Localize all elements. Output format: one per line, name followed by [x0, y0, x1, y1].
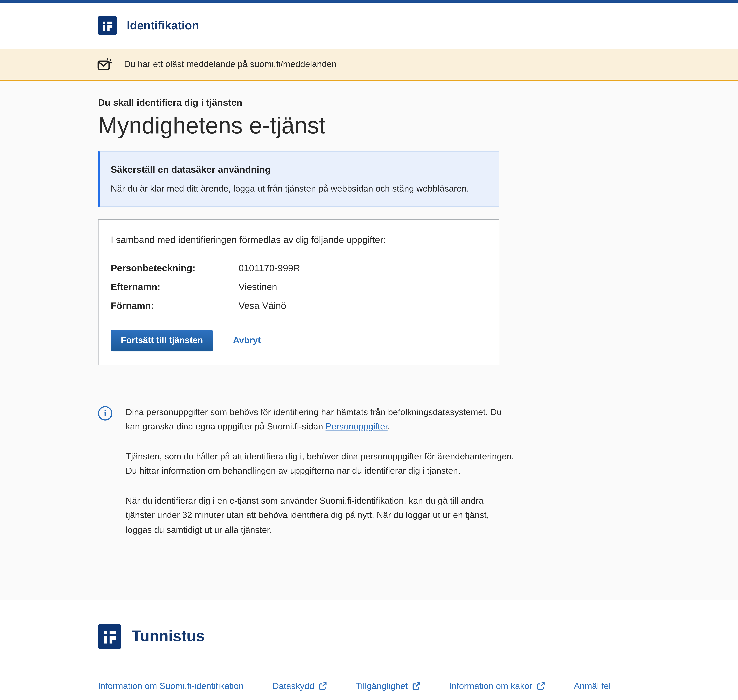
footer-link-3[interactable]: Tillgänglighet: [356, 681, 420, 691]
footer-link-4[interactable]: Information om kakor: [449, 681, 545, 691]
footer-link-5[interactable]: Anmäl fel: [574, 681, 611, 691]
suomifi-logo-icon: [98, 624, 121, 649]
info-paragraph-1: Dina personuppgifter som behövs för iden…: [125, 405, 514, 434]
cancel-link[interactable]: Avbryt: [233, 335, 261, 346]
main-content: Du skall identifiera dig i tjänsten Mynd…: [0, 81, 738, 600]
external-link-icon: [411, 681, 420, 690]
footer-link-label: Information om kakor: [449, 681, 532, 691]
footer-link-2[interactable]: Dataskydd: [273, 681, 327, 691]
security-info-body: När du är klar med ditt ärende, logga ut…: [111, 182, 485, 195]
envelope-check-sparkle-icon: [97, 58, 112, 71]
header: Identifikation: [0, 3, 738, 49]
external-link-icon: [536, 681, 545, 690]
personuppgifter-link[interactable]: Personuppgifter: [326, 422, 387, 431]
footer-link-label: Anmäl fel: [574, 681, 611, 691]
header-brand: Identifikation: [98, 16, 199, 35]
security-info-box: Säkerställ en datasäker användning När d…: [98, 151, 499, 207]
info-paragraph-1-text: Dina personuppgifter som behövs för iden…: [125, 407, 502, 431]
footer-link-label: Tillgänglighet: [356, 681, 408, 691]
field-label: Personbeteckning:: [111, 262, 239, 274]
card-intro: I samband med identifieringen förmedlas …: [111, 233, 485, 247]
footer-brand-title: Tunnistus: [132, 628, 205, 645]
suomifi-logo-icon: [98, 16, 117, 35]
field-label: Förnamn:: [111, 300, 239, 312]
field-row: Efternamn:Viestinen: [111, 281, 485, 293]
notification-message: Du har ett oläst meddelande på suomi.fi/…: [124, 59, 337, 69]
info-paragraph-2: Tjänsten, som du håller på att identifie…: [125, 449, 514, 478]
page-title: Myndighetens e-tjänst: [98, 110, 738, 140]
header-brand-title: Identifikation: [127, 19, 199, 32]
footer-brand: Tunnistus: [98, 624, 738, 649]
footer-links: Information om Suomi.fi-identifikationDa…: [98, 681, 738, 691]
info-paragraph-3: När du identifierar dig i en e-tjänst so…: [125, 493, 514, 537]
identification-card: I samband med identifieringen förmedlas …: [98, 219, 499, 365]
info-notes: i Dina personuppgifter som behövs för id…: [98, 405, 738, 552]
continue-button[interactable]: Fortsätt till tjänsten: [111, 329, 213, 351]
external-link-icon: [318, 681, 327, 690]
field-value: 0101170-999R: [239, 262, 485, 274]
footer-link-label: Information om Suomi.fi-identifikation: [98, 681, 244, 691]
card-actions: Fortsätt till tjänsten Avbryt: [111, 329, 485, 351]
info-paragraph-1-period: .: [387, 422, 390, 431]
field-row: Personbeteckning:0101170-999R: [111, 262, 485, 274]
security-info-title: Säkerställ en datasäker användning: [111, 163, 485, 176]
page: Identifikation Du har ett oläst meddelan…: [0, 0, 738, 700]
field-value: Viestinen: [239, 281, 485, 293]
info-circle-icon: i: [98, 406, 112, 421]
footer-link-1[interactable]: Information om Suomi.fi-identifikation: [98, 681, 244, 691]
footer-link-label: Dataskydd: [273, 681, 314, 691]
notification-bar: Du har ett oläst meddelande på suomi.fi/…: [0, 49, 738, 81]
personal-data-fields: Personbeteckning:0101170-999REfternamn:V…: [111, 262, 485, 312]
field-value: Vesa Väinö: [239, 300, 485, 312]
info-paragraphs: Dina personuppgifter som behövs för iden…: [125, 405, 514, 552]
footer: Tunnistus Information om Suomi.fi-identi…: [0, 600, 738, 700]
field-label: Efternamn:: [111, 281, 239, 293]
top-accent-bar: [0, 0, 738, 3]
field-row: Förnamn:Vesa Väinö: [111, 300, 485, 312]
service-kicker: Du skall identifiera dig i tjänsten: [98, 96, 738, 109]
